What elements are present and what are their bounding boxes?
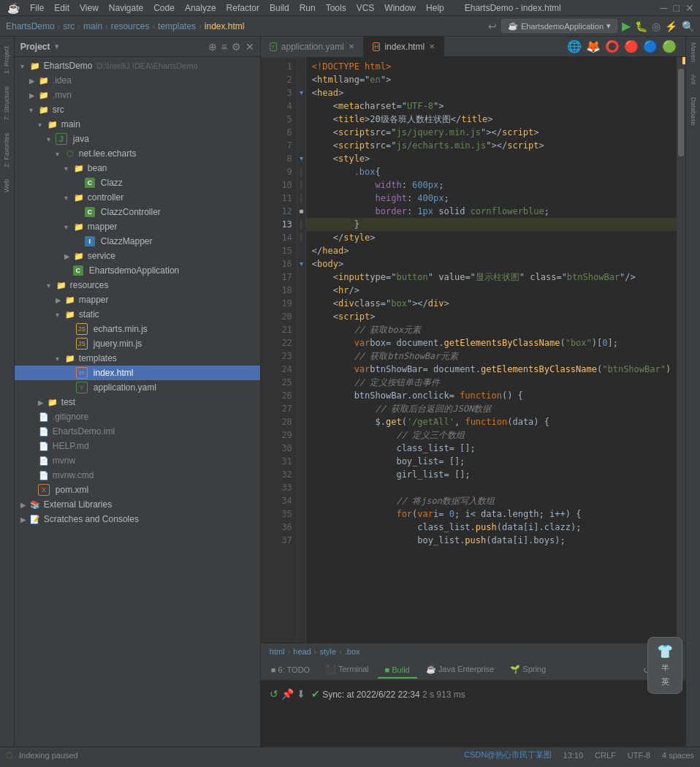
tree-item-scratches[interactable]: ▶ 📝 Scratches and Consoles xyxy=(15,512,260,526)
tree-item-controller[interactable]: ▾ 📁 controller xyxy=(15,190,260,205)
menu-analyze[interactable]: Analyze xyxy=(180,1,221,15)
todo-tab[interactable]: ■ 6: TODO xyxy=(264,662,317,679)
menu-navigate[interactable]: Navigate xyxy=(104,1,148,15)
menu-run[interactable]: Run xyxy=(295,1,320,15)
breadcrumb-main[interactable]: main xyxy=(83,21,102,31)
opera-icon[interactable]: ⭕ xyxy=(605,39,620,53)
tree-item-external-libs[interactable]: ▶ 📚 External Libraries xyxy=(15,497,260,512)
breadcrumb-templates[interactable]: templates xyxy=(158,21,196,31)
tree-item-bean[interactable]: ▾ 📁 bean xyxy=(15,161,260,175)
tree-item-jquery-js[interactable]: JS jquery.min.js xyxy=(15,336,260,351)
tree-item-app[interactable]: C EhartsdemoApplication xyxy=(15,263,260,278)
indent[interactable]: 4 spaces xyxy=(662,751,694,760)
menu-window[interactable]: Window xyxy=(380,1,420,15)
settings-icon[interactable]: ⚙ xyxy=(232,41,241,53)
project-tab[interactable]: 1: Project xyxy=(1,39,12,80)
chrome-icon[interactable]: 🌐 xyxy=(567,39,582,53)
menu-tools[interactable]: Tools xyxy=(322,1,351,15)
tree-item-clazz[interactable]: C Clazz xyxy=(15,175,260,190)
breadcrumb-head[interactable]: head xyxy=(293,647,311,656)
build-tab[interactable]: ■ Build xyxy=(378,662,417,679)
run-config-dropdown[interactable]: ☕ EhartsdemoApplication ▾ xyxy=(501,19,617,33)
back-icon[interactable]: ↩ xyxy=(488,20,497,32)
database-tab[interactable]: Database xyxy=(688,91,699,132)
tree-item-ehartsdemo[interactable]: ▾ 📁 EhartsDemo D:\IntelliJ IDEA\EhartsDe… xyxy=(15,58,260,73)
tree-item-gitignore[interactable]: 📄 .gitignore xyxy=(15,409,260,424)
tree-item-mvnw[interactable]: 📄 mvnw xyxy=(15,453,260,468)
scroll-track[interactable] xyxy=(677,57,685,643)
refresh-icon[interactable]: ↺ xyxy=(270,688,278,700)
profile-button[interactable]: ⚡ xyxy=(665,20,677,32)
tree-item-java[interactable]: ▾ J java xyxy=(15,132,260,146)
tree-item-mapper[interactable]: ▾ 📁 mapper xyxy=(15,219,260,234)
debug-button[interactable]: 🐛 xyxy=(635,20,647,32)
tree-item-static[interactable]: ▾ 📁 static xyxy=(15,307,260,322)
breadcrumb-src[interactable]: src xyxy=(63,21,75,31)
tree-item-mapper-res[interactable]: ▶ 📁 mapper xyxy=(15,292,260,307)
tree-item-service[interactable]: ▶ 📁 service xyxy=(15,249,260,263)
bottom-right-widget[interactable]: 👕 半 英 xyxy=(647,637,682,694)
tree-item-package[interactable]: ▾ ⬡ net.lee.echarts xyxy=(15,146,260,161)
spring-tab[interactable]: 🌱 Spring xyxy=(503,662,553,679)
tree-item-mvn[interactable]: ▶ 📁 .mvn xyxy=(15,88,260,102)
tab-application-yaml[interactable]: Y application.yaml ✕ xyxy=(261,37,364,57)
collapse-icon[interactable]: ≡ xyxy=(221,41,227,53)
tree-item-clazzcontroller[interactable]: C ClazzController xyxy=(15,205,260,219)
tree-item-idea[interactable]: ▶ 📁 .idea xyxy=(15,73,260,88)
minimize-btn[interactable]: ─ xyxy=(661,2,668,14)
menu-build[interactable]: Build xyxy=(265,1,294,15)
tree-item-help-md[interactable]: 📄 HELP.md xyxy=(15,439,260,453)
java-enterprise-tab[interactable]: ☕ Java Enterprise xyxy=(419,662,501,679)
tree-item-index-html[interactable]: H index.html xyxy=(15,366,260,380)
cursor-position[interactable]: 13:10 xyxy=(563,751,584,760)
breadcrumb-style[interactable]: style xyxy=(319,647,336,656)
breadcrumb-file[interactable]: index.html xyxy=(205,21,245,31)
code-editor[interactable]: 1 2 3 4 5 6 7 8 9 10 11 12 13 14 15 16 1… xyxy=(261,57,685,643)
code-content[interactable]: <!DOCTYPE html> <html lang="en"> <head> … xyxy=(306,57,677,643)
coverage-button[interactable]: ◎ xyxy=(652,20,661,32)
menu-edit[interactable]: Edit xyxy=(50,1,74,15)
tree-item-echarts-js[interactable]: JS echarts.min.js xyxy=(15,322,260,336)
menu-vcs[interactable]: VCS xyxy=(352,1,379,15)
structure-tab[interactable]: 7: Structure xyxy=(1,80,12,126)
line-ending[interactable]: CRLF xyxy=(595,751,616,760)
scroll-thumb[interactable] xyxy=(678,69,684,156)
menu-view[interactable]: View xyxy=(75,1,103,15)
tree-item-templates[interactable]: ▾ 📁 templates xyxy=(15,351,260,366)
tree-item-main[interactable]: ▾ 📁 main xyxy=(15,117,260,132)
tab-close-icon[interactable]: ✕ xyxy=(349,42,354,50)
menu-code[interactable]: Code xyxy=(149,1,179,15)
web-tab[interactable]: Web xyxy=(1,173,12,198)
ant-tab[interactable]: Ant xyxy=(688,69,699,91)
tree-item-iml[interactable]: 📄 EhartsDemo.iml xyxy=(15,424,260,439)
close-btn[interactable]: ✕ xyxy=(685,2,694,14)
terminal-tab[interactable]: ⬛ Terminal xyxy=(319,662,376,679)
tree-item-mvnw-cmd[interactable]: 📄 mvnw.cmd xyxy=(15,468,260,483)
tree-item-resources[interactable]: ▾ 📁 resources xyxy=(15,278,260,292)
favorites-tab[interactable]: 2: Favorites xyxy=(1,126,12,173)
search-everywhere-icon[interactable]: 🔍 xyxy=(682,20,694,32)
menu-refactor[interactable]: Refactor xyxy=(222,1,264,15)
browser4-icon[interactable]: 🟢 xyxy=(662,39,677,53)
breadcrumb-html[interactable]: html xyxy=(270,647,285,656)
scroll-to-end-icon[interactable]: ⬇ xyxy=(297,688,305,700)
tab-index-html[interactable]: H index.html ✕ xyxy=(364,37,444,57)
breadcrumb-resources[interactable]: resources xyxy=(111,21,150,31)
breadcrumb-box[interactable]: .box xyxy=(345,647,360,656)
tree-item-app-yaml[interactable]: Y application.yaml xyxy=(15,380,260,395)
project-title-arrow[interactable]: ▾ xyxy=(55,42,59,51)
charset[interactable]: UTF-8 xyxy=(628,751,650,760)
pin-icon[interactable]: 📌 xyxy=(281,688,294,700)
tree-item-clazzmapper[interactable]: I ClazzMapper xyxy=(15,234,260,249)
breadcrumb-project[interactable]: EhartsDemo xyxy=(6,21,55,31)
add-icon[interactable]: ⊕ xyxy=(208,41,217,53)
tab-close-icon[interactable]: ✕ xyxy=(429,42,435,50)
maximize-btn[interactable]: □ xyxy=(674,2,680,14)
browser3-icon[interactable]: 🔴 xyxy=(624,39,639,53)
menu-file[interactable]: File xyxy=(26,1,48,15)
tree-item-test[interactable]: ▶ 📁 test xyxy=(15,395,260,409)
menu-help[interactable]: Help xyxy=(422,1,449,15)
hide-icon[interactable]: ✕ xyxy=(246,41,254,53)
tree-item-pom-xml[interactable]: X pom.xml xyxy=(15,483,260,497)
firefox-icon[interactable]: 🦊 xyxy=(586,39,601,53)
